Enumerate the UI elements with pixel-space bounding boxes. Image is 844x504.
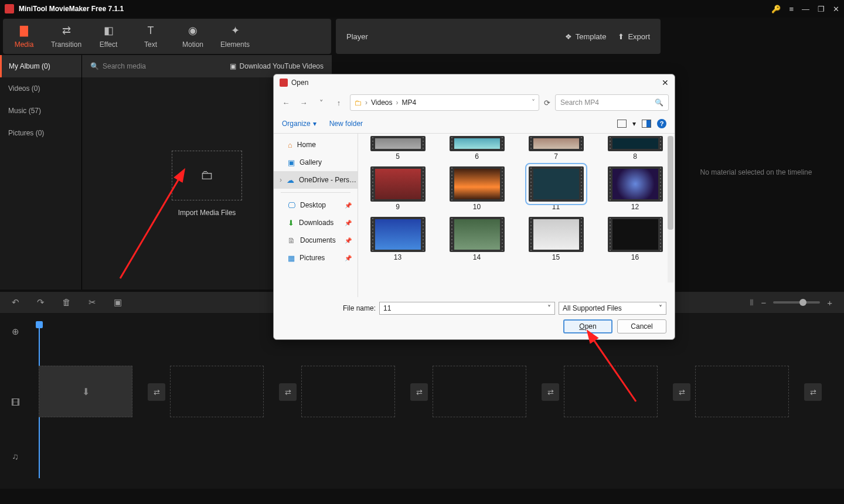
timeline-clip-slot[interactable] — [170, 366, 264, 417]
timeline-clip-slot[interactable] — [301, 366, 395, 417]
effect-icon: ◧ — [104, 24, 114, 37]
redo-button[interactable]: ↷ — [37, 297, 45, 308]
zoom-out-button[interactable]: − — [761, 298, 766, 308]
dialog-close-button[interactable]: ✕ — [662, 78, 669, 87]
folder-icon: 🗀 — [354, 98, 362, 107]
tab-effect[interactable]: ◧Effect — [87, 19, 130, 54]
tree-pictures[interactable]: ▦Pictures📌 — [274, 249, 358, 267]
file-item[interactable]: 5 — [364, 136, 431, 161]
license-key-icon[interactable]: 🔑 — [771, 5, 781, 13]
transition-slot[interactable]: ⇄ — [148, 383, 165, 401]
breadcrumb-item[interactable]: MP4 — [401, 98, 416, 107]
cancel-button[interactable]: Cancel — [617, 319, 666, 333]
template-button[interactable]: ❖Template — [565, 32, 607, 41]
chevron-down-icon[interactable]: ˅ — [532, 98, 535, 107]
sidebar-music[interactable]: Music (57) — [0, 100, 81, 122]
cloud-icon: ☁ — [287, 176, 294, 185]
add-track-button[interactable]: ⊕ — [0, 320, 30, 343]
player-header: Player ❖Template ⬆Export — [336, 19, 661, 54]
file-item[interactable]: 12 — [601, 166, 669, 211]
dialog-search-input[interactable]: Search MP4🔍 — [555, 94, 669, 111]
close-icon[interactable]: ✕ — [833, 5, 839, 13]
nav-forward-button[interactable]: → — [297, 98, 310, 107]
download-youtube-button[interactable]: ▣Download YouTube Videos — [230, 62, 324, 70]
tree-gallery[interactable]: ▣Gallery — [274, 154, 358, 171]
pictures-icon: ▦ — [288, 254, 295, 263]
video-track-icon: 🎞 — [0, 390, 30, 414]
tree-desktop[interactable]: 🖵Desktop📌 — [274, 196, 358, 214]
file-name: 6 — [475, 152, 479, 161]
transition-slot[interactable]: ⇄ — [804, 383, 822, 401]
minimize-icon[interactable]: — — [802, 5, 809, 13]
nav-up-button[interactable]: ↑ — [332, 98, 345, 107]
zoom-slider[interactable] — [773, 301, 820, 304]
zoom-in-button[interactable]: + — [827, 298, 832, 308]
file-name: 5 — [396, 152, 400, 161]
undo-button[interactable]: ↶ — [12, 297, 19, 308]
file-item[interactable]: 6 — [443, 136, 511, 161]
view-mode-button[interactable] — [617, 120, 627, 128]
file-item[interactable]: 7 — [522, 136, 590, 161]
organize-menu[interactable]: Organize▾ — [282, 120, 316, 128]
media-sidebar: My Album (0) Videos (0) Music (57) Pictu… — [0, 55, 82, 290]
filename-input[interactable]: 11˅ — [379, 302, 555, 315]
home-icon: ⌂ — [288, 141, 292, 149]
menu-icon[interactable]: ≡ — [789, 5, 794, 13]
nav-back-button[interactable]: ← — [280, 98, 292, 107]
nav-recent-button[interactable]: ˅ — [315, 98, 328, 107]
new-folder-button[interactable]: New folder — [329, 120, 363, 128]
refresh-button[interactable]: ⟳ — [544, 98, 550, 107]
transition-slot[interactable]: ⇄ — [410, 383, 428, 401]
file-item[interactable]: 16 — [601, 217, 669, 261]
tab-media[interactable]: ▇Media — [3, 19, 45, 54]
sidebar-pictures[interactable]: Pictures (0) — [0, 122, 81, 144]
file-list-scrollbar[interactable] — [668, 136, 673, 282]
file-item[interactable]: 13 — [364, 217, 431, 261]
magnet-icon[interactable]: ⫴ — [750, 297, 754, 308]
sidebar-videos[interactable]: Videos (0) — [0, 77, 81, 100]
tab-elements[interactable]: ✦Elements — [214, 19, 256, 54]
tree-onedrive[interactable]: ›☁OneDrive - Pers… — [274, 171, 358, 189]
organize-label: Organize — [282, 120, 311, 128]
sidebar-my-album[interactable]: My Album (0) — [0, 55, 81, 77]
tab-transition[interactable]: ⇄Transition — [45, 19, 87, 54]
file-item[interactable]: 15 — [522, 217, 590, 261]
chevron-down-icon[interactable]: ˅ — [547, 304, 551, 312]
preview-pane-button[interactable] — [642, 120, 651, 128]
delete-button[interactable]: 🗑 — [62, 297, 71, 308]
elements-icon: ✦ — [231, 24, 240, 37]
timeline-clip-slot[interactable] — [564, 366, 658, 417]
tab-text[interactable]: TText — [130, 19, 172, 54]
transition-slot[interactable]: ⇄ — [542, 383, 559, 401]
export-button[interactable]: ⬆Export — [618, 32, 650, 41]
file-item-selected[interactable]: 11 — [522, 166, 590, 211]
file-item[interactable]: 10 — [443, 166, 511, 211]
search-media-input[interactable]: 🔍Search media — [90, 62, 146, 70]
tab-motion[interactable]: ◉Motion — [172, 19, 214, 54]
file-item[interactable]: 9 — [364, 166, 431, 211]
file-type-filter[interactable]: All Supported Files˅ — [559, 302, 666, 315]
transition-slot[interactable]: ⇄ — [673, 383, 690, 401]
breadcrumb-bar[interactable]: 🗀› Videos› MP4 ˅ — [350, 94, 539, 111]
file-name: 11 — [552, 203, 560, 211]
title-bar: MiniTool MovieMaker Free 7.1.1 🔑 ≡ — ❐ ✕ — [0, 0, 844, 18]
chevron-down-icon[interactable]: ▾ — [632, 120, 636, 128]
file-item[interactable]: 14 — [443, 217, 511, 261]
tree-home[interactable]: ⌂Home — [274, 136, 358, 154]
timeline-clip-slot[interactable]: ⬇ — [39, 366, 132, 417]
timeline-clip-slot[interactable] — [433, 366, 526, 417]
timeline-clip-slot[interactable] — [695, 366, 789, 417]
crop-button[interactable]: ▣ — [114, 297, 122, 308]
maximize-icon[interactable]: ❐ — [818, 5, 825, 13]
open-button[interactable]: Open — [563, 319, 612, 333]
transition-slot[interactable]: ⇄ — [279, 383, 297, 401]
tree-downloads[interactable]: ⬇Downloads📌 — [274, 214, 358, 231]
file-name: 9 — [396, 203, 400, 211]
help-button[interactable]: ? — [657, 119, 666, 128]
tree-label: Gallery — [300, 158, 322, 166]
breadcrumb-item[interactable]: Videos — [371, 98, 392, 107]
split-button[interactable]: ✂ — [89, 297, 96, 308]
tree-documents[interactable]: 🗎Documents📌 — [274, 231, 358, 249]
import-dropbox[interactable]: 🗀 — [172, 151, 242, 200]
file-item[interactable]: 8 — [601, 136, 669, 161]
